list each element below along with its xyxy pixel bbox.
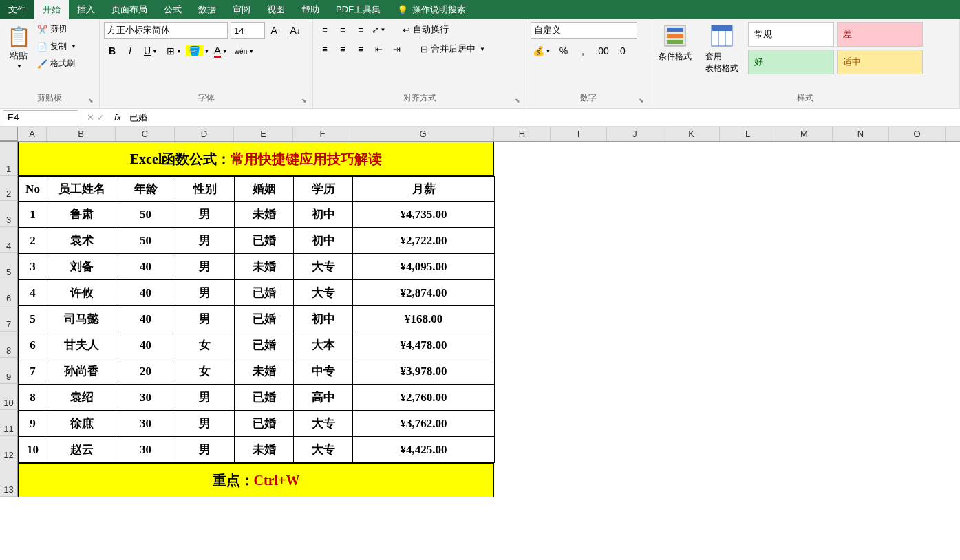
row-header[interactable]: 11: [0, 410, 18, 436]
table-cell[interactable]: 袁绍: [47, 385, 116, 411]
style-good[interactable]: 好: [748, 50, 834, 74]
conditional-format-button[interactable]: 条件格式: [654, 22, 696, 63]
number-format-select[interactable]: [531, 22, 637, 39]
table-cell[interactable]: 7: [19, 358, 47, 385]
fx-icon[interactable]: fx: [110, 112, 125, 122]
style-bad[interactable]: 差: [837, 22, 923, 47]
table-cell[interactable]: 40: [116, 332, 175, 358]
table-cell[interactable]: 30: [116, 437, 175, 463]
table-cell[interactable]: ¥4,478.00: [353, 332, 495, 358]
table-cell[interactable]: ¥3,762.00: [353, 411, 495, 437]
table-cell[interactable]: 已婚: [235, 280, 294, 306]
column-header[interactable]: I: [551, 127, 607, 141]
indent-decrease-button[interactable]: ⇤: [371, 41, 386, 56]
currency-button[interactable]: 💰▼: [531, 43, 553, 59]
table-cell[interactable]: 已婚: [235, 385, 294, 411]
title-row[interactable]: Excel函数公式：常用快捷键应用技巧解读: [18, 142, 494, 176]
underline-button[interactable]: U▼: [140, 43, 162, 59]
table-cell[interactable]: 女: [175, 358, 235, 385]
row-header[interactable]: 10: [0, 384, 18, 410]
cut-button[interactable]: ✂️ 剪切: [36, 22, 78, 36]
column-header[interactable]: B: [47, 127, 116, 141]
table-cell[interactable]: 9: [19, 411, 47, 437]
table-cell[interactable]: ¥3,978.00: [353, 358, 495, 385]
table-cell[interactable]: 40: [116, 254, 175, 280]
increase-decimal-button[interactable]: .00: [594, 43, 610, 59]
table-cell[interactable]: 孙尚香: [47, 358, 116, 385]
column-header[interactable]: G: [352, 127, 494, 141]
table-cell[interactable]: 鲁肃: [47, 202, 116, 228]
table-cell[interactable]: 女: [175, 332, 235, 358]
table-cell[interactable]: 3: [19, 254, 47, 280]
orientation-button[interactable]: ⤢▼: [371, 22, 386, 37]
cell-name-box[interactable]: [3, 110, 78, 125]
table-header-cell[interactable]: No: [19, 177, 47, 202]
table-cell[interactable]: 已婚: [235, 306, 294, 332]
row-header[interactable]: 12: [0, 436, 18, 462]
row-header[interactable]: 2: [0, 176, 18, 201]
column-header[interactable]: A: [18, 127, 47, 141]
table-cell[interactable]: 甘夫人: [47, 332, 116, 358]
table-cell[interactable]: 未婚: [235, 437, 294, 463]
table-cell[interactable]: 初中: [294, 228, 353, 254]
row-header[interactable]: 5: [0, 253, 18, 279]
table-cell[interactable]: 男: [175, 385, 235, 411]
table-cell[interactable]: 40: [116, 306, 175, 332]
decrease-decimal-button[interactable]: .0: [613, 43, 630, 59]
column-header[interactable]: C: [116, 127, 175, 141]
align-left-button[interactable]: ≡: [317, 41, 332, 56]
table-cell[interactable]: 袁术: [47, 228, 116, 254]
select-all-button[interactable]: [0, 127, 18, 141]
column-header[interactable]: N: [833, 127, 889, 141]
row-header[interactable]: 4: [0, 227, 18, 253]
table-cell[interactable]: 初中: [294, 202, 353, 228]
font-size-select[interactable]: [231, 22, 265, 39]
table-cell[interactable]: 大专: [294, 437, 353, 463]
format-painter-button[interactable]: 🖌️ 格式刷: [36, 56, 78, 71]
table-cell[interactable]: 初中: [294, 306, 353, 332]
table-cell[interactable]: 男: [175, 254, 235, 280]
fill-color-button[interactable]: 🪣▼: [186, 43, 209, 59]
table-cell[interactable]: ¥168.00: [353, 306, 495, 332]
table-cell[interactable]: 男: [175, 411, 235, 437]
expand-icon[interactable]: ⬊: [301, 97, 307, 104]
column-header[interactable]: O: [889, 127, 946, 141]
border-button[interactable]: ⊞▼: [163, 43, 185, 59]
table-cell[interactable]: 男: [175, 306, 235, 332]
table-cell[interactable]: 1: [19, 202, 47, 228]
style-neutral[interactable]: 适中: [837, 50, 923, 74]
table-cell[interactable]: 已婚: [235, 332, 294, 358]
table-cell[interactable]: 30: [116, 411, 175, 437]
menu-review[interactable]: 审阅: [224, 0, 259, 19]
menu-view[interactable]: 视图: [259, 0, 293, 19]
table-cell[interactable]: 男: [175, 202, 235, 228]
table-cell[interactable]: ¥2,760.00: [353, 385, 495, 411]
table-cell[interactable]: 6: [19, 332, 47, 358]
row-header[interactable]: 13: [0, 462, 18, 497]
align-top-button[interactable]: ≡: [317, 22, 332, 37]
table-header-cell[interactable]: 学历: [294, 177, 353, 202]
row-header[interactable]: 3: [0, 201, 18, 227]
comma-button[interactable]: ,: [575, 43, 591, 59]
increase-font-button[interactable]: A↑: [268, 22, 284, 39]
menu-help[interactable]: 帮助: [293, 0, 328, 19]
cancel-formula-icon[interactable]: ✕: [87, 112, 94, 122]
phonetic-button[interactable]: wén▼: [233, 43, 255, 59]
wrap-text-button[interactable]: ↩ 自动换行: [403, 23, 449, 36]
font-color-button[interactable]: A▼: [210, 43, 232, 59]
table-cell[interactable]: ¥2,722.00: [353, 228, 495, 254]
italic-button[interactable]: I: [122, 43, 138, 59]
table-cell[interactable]: 许攸: [47, 280, 116, 306]
copy-button[interactable]: 📄 复制 ▼: [36, 39, 78, 54]
table-cell[interactable]: 30: [116, 385, 175, 411]
column-header[interactable]: M: [776, 127, 833, 141]
table-cell[interactable]: 5: [19, 306, 47, 332]
column-header[interactable]: E: [234, 127, 293, 141]
row-header[interactable]: 6: [0, 279, 18, 305]
percent-button[interactable]: %: [555, 43, 572, 59]
table-cell[interactable]: 大专: [294, 411, 353, 437]
table-cell[interactable]: 8: [19, 385, 47, 411]
align-center-button[interactable]: ≡: [335, 41, 350, 56]
paste-button[interactable]: 📋 粘贴 ▼: [4, 22, 33, 84]
table-cell[interactable]: 未婚: [235, 254, 294, 280]
